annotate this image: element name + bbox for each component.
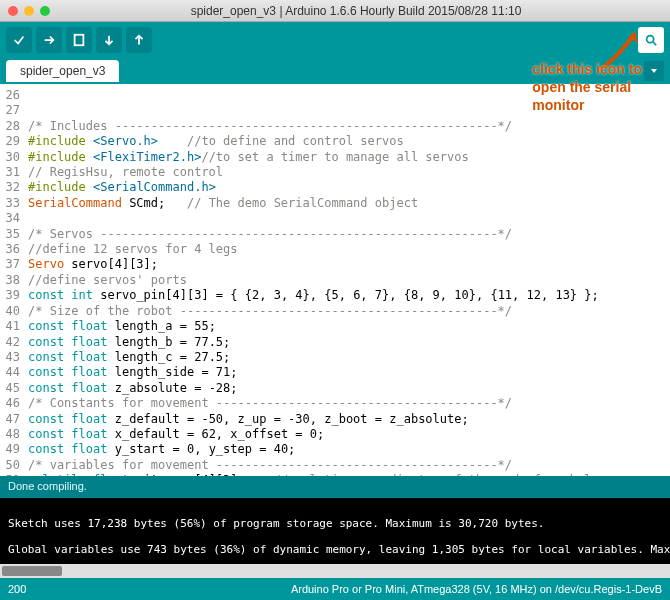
code-line[interactable]: 33SerialCommand SCmd; // The demo Serial… <box>0 196 670 211</box>
tab-menu-button[interactable] <box>644 61 664 81</box>
line-number-gutter: 34 <box>0 211 28 226</box>
code-line[interactable]: 28/* Includes --------------------------… <box>0 119 670 134</box>
line-number-gutter: 51 <box>0 473 28 476</box>
code-text: const float z_absolute = -28; <box>28 381 670 396</box>
code-line[interactable]: 44const float length_side = 71; <box>0 365 670 380</box>
code-text: const float length_a = 55; <box>28 319 670 334</box>
line-number-gutter: 43 <box>0 350 28 365</box>
board-info: Arduino Pro or Pro Mini, ATmega328 (5V, … <box>291 583 662 595</box>
line-number-gutter: 49 <box>0 442 28 457</box>
code-line[interactable]: 27 <box>0 103 670 118</box>
code-text: const int servo_pin[4][3] = { {2, 3, 4},… <box>28 288 670 303</box>
code-line[interactable]: 42const float length_b = 77.5; <box>0 335 670 350</box>
code-line[interactable]: 43const float length_c = 27.5; <box>0 350 670 365</box>
tab-sketch[interactable]: spider_open_v3 <box>6 60 119 82</box>
titlebar: spider_open_v3 | Arduino 1.6.6 Hourly Bu… <box>0 0 670 22</box>
maximize-icon[interactable] <box>40 6 50 16</box>
code-line[interactable]: 38//define servos' ports <box>0 273 670 288</box>
line-number-gutter: 28 <box>0 119 28 134</box>
code-line[interactable]: 46/* Constants for movement ------------… <box>0 396 670 411</box>
code-text <box>28 88 670 103</box>
code-line[interactable]: 40/* Size of the robot -----------------… <box>0 304 670 319</box>
code-line[interactable]: 39const int servo_pin[4][3] = { {2, 3, 4… <box>0 288 670 303</box>
new-button[interactable] <box>66 27 92 53</box>
line-number-gutter: 42 <box>0 335 28 350</box>
line-number-gutter: 39 <box>0 288 28 303</box>
code-text: volatile float site_now[4][3]; //real-ti… <box>28 473 670 476</box>
code-line[interactable]: 47const float z_default = -50, z_up = -3… <box>0 412 670 427</box>
line-number-gutter: 50 <box>0 458 28 473</box>
verify-button[interactable] <box>6 27 32 53</box>
line-number-gutter: 45 <box>0 381 28 396</box>
code-line[interactable]: 34 <box>0 211 670 226</box>
code-line[interactable]: 45const float z_absolute = -28; <box>0 381 670 396</box>
line-number-gutter: 31 <box>0 165 28 180</box>
line-number-gutter: 47 <box>0 412 28 427</box>
code-line[interactable]: 36//define 12 servos for 4 legs <box>0 242 670 257</box>
open-button[interactable] <box>96 27 122 53</box>
code-line[interactable]: 48const float x_default = 62, x_offset =… <box>0 427 670 442</box>
line-number-gutter: 44 <box>0 365 28 380</box>
code-text: const float length_side = 71; <box>28 365 670 380</box>
line-number-gutter: 36 <box>0 242 28 257</box>
save-button[interactable] <box>126 27 152 53</box>
code-text: // RegisHsu, remote control <box>28 165 670 180</box>
line-number-gutter: 38 <box>0 273 28 288</box>
console-line: Sketch uses 17,238 bytes (56%) of progra… <box>8 517 662 530</box>
console-line: Global variables use 743 bytes (36%) of … <box>8 543 662 556</box>
code-line[interactable]: 49const float y_start = 0, y_step = 40; <box>0 442 670 457</box>
line-number-gutter: 37 <box>0 257 28 272</box>
minimize-icon[interactable] <box>24 6 34 16</box>
console-output: Sketch uses 17,238 bytes (56%) of progra… <box>0 498 670 564</box>
code-line[interactable]: 32#include <SerialCommand.h> <box>0 180 670 195</box>
line-number-gutter: 30 <box>0 150 28 165</box>
close-icon[interactable] <box>8 6 18 16</box>
line-number-gutter: 26 <box>0 88 28 103</box>
status-bar: Done compiling. <box>0 476 670 498</box>
upload-button[interactable] <box>36 27 62 53</box>
code-line[interactable]: 37Servo servo[4][3]; <box>0 257 670 272</box>
code-line[interactable]: 29#include <Servo.h> //to define and con… <box>0 134 670 149</box>
line-number-gutter: 46 <box>0 396 28 411</box>
line-number-gutter: 29 <box>0 134 28 149</box>
code-line[interactable]: 41const float length_a = 55; <box>0 319 670 334</box>
code-text: const float z_default = -50, z_up = -30,… <box>28 412 670 427</box>
line-number-gutter: 40 <box>0 304 28 319</box>
code-text: /* variables for movement --------------… <box>28 458 670 473</box>
code-text: const float x_default = 62, x_offset = 0… <box>28 427 670 442</box>
code-line[interactable]: 35/* Servos ----------------------------… <box>0 227 670 242</box>
toolbar <box>0 22 670 58</box>
code-line[interactable]: 51volatile float site_now[4][3]; //real-… <box>0 473 670 476</box>
footer: 200 Arduino Pro or Pro Mini, ATmega328 (… <box>0 578 670 600</box>
line-number: 200 <box>8 583 26 595</box>
horizontal-scrollbar[interactable] <box>0 564 670 578</box>
code-text: const float length_c = 27.5; <box>28 350 670 365</box>
code-line[interactable]: 31// RegisHsu, remote control <box>0 165 670 180</box>
code-line[interactable]: 26 <box>0 88 670 103</box>
line-number-gutter: 35 <box>0 227 28 242</box>
tab-bar: spider_open_v3 <box>0 58 670 84</box>
code-text <box>28 103 670 118</box>
code-text: #include <Servo.h> //to define and contr… <box>28 134 670 149</box>
window-title: spider_open_v3 | Arduino 1.6.6 Hourly Bu… <box>50 4 662 18</box>
code-line[interactable]: 30#include <FlexiTimer2.h>//to set a tim… <box>0 150 670 165</box>
code-text: SerialCommand SCmd; // The demo SerialCo… <box>28 196 670 211</box>
code-text: /* Servos ------------------------------… <box>28 227 670 242</box>
code-text: Servo servo[4][3]; <box>28 257 670 272</box>
code-text: const float length_b = 77.5; <box>28 335 670 350</box>
code-text: /* Constants for movement --------------… <box>28 396 670 411</box>
status-text: Done compiling. <box>8 480 87 492</box>
scrollbar-thumb[interactable] <box>2 566 62 576</box>
serial-monitor-button[interactable] <box>638 27 664 53</box>
window-controls <box>8 6 50 16</box>
line-number-gutter: 32 <box>0 180 28 195</box>
code-editor[interactable]: 262728/* Includes ----------------------… <box>0 84 670 476</box>
line-number-gutter: 33 <box>0 196 28 211</box>
code-text <box>28 211 670 226</box>
line-number-gutter: 41 <box>0 319 28 334</box>
line-number-gutter: 48 <box>0 427 28 442</box>
svg-rect-0 <box>75 35 84 46</box>
code-text: /* Size of the robot -------------------… <box>28 304 670 319</box>
code-text: #include <SerialCommand.h> <box>28 180 670 195</box>
code-line[interactable]: 50/* variables for movement ------------… <box>0 458 670 473</box>
